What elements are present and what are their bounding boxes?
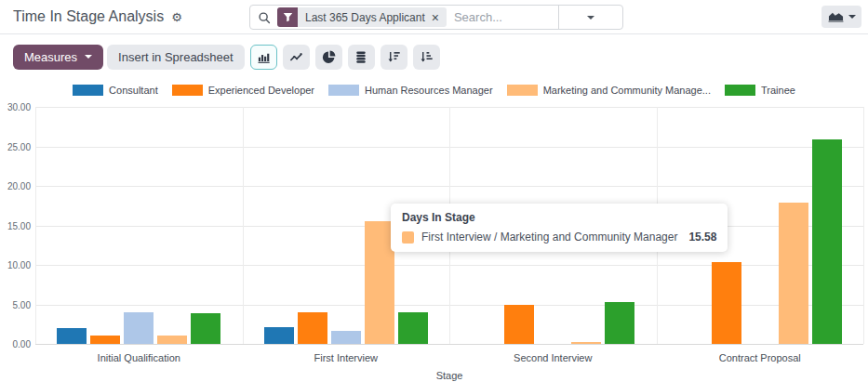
chart-bar[interactable] bbox=[571, 342, 601, 344]
facet-remove-icon[interactable]: × bbox=[432, 11, 439, 24]
chart-bar[interactable] bbox=[191, 313, 220, 344]
y-axis-tick-label: 15.00 bbox=[0, 220, 31, 231]
legend-swatch bbox=[172, 85, 203, 96]
chart-bar[interactable] bbox=[365, 221, 394, 344]
facet-label: Last 365 Days Applicant bbox=[305, 11, 425, 24]
page-title: Time In Stage Analysis bbox=[13, 8, 164, 25]
top-header: Time In Stage Analysis ⚙ Last 365 Days A… bbox=[0, 0, 868, 34]
bar-chart-canvas: Days In Stage First Interview / Marketin… bbox=[0, 101, 868, 382]
legend-swatch bbox=[328, 85, 359, 96]
search-input[interactable] bbox=[454, 10, 558, 24]
y-gridline bbox=[35, 344, 863, 345]
y-axis-tick-label: 30.00 bbox=[0, 102, 31, 112]
search-dropdown-toggle[interactable] bbox=[559, 6, 622, 29]
y-axis-tick-label: 5.00 bbox=[0, 299, 31, 310]
chart-bar[interactable] bbox=[779, 203, 808, 344]
chart-bar[interactable] bbox=[264, 327, 294, 344]
legend-item[interactable]: Consultant bbox=[73, 85, 158, 96]
search-icon bbox=[258, 11, 271, 24]
legend-swatch bbox=[73, 85, 103, 96]
x-axis-title: Stage bbox=[436, 370, 463, 381]
caret-down-icon bbox=[587, 16, 594, 20]
measures-label: Measures bbox=[24, 50, 77, 64]
pie-chart-icon bbox=[322, 50, 336, 64]
insert-in-spreadsheet-button[interactable]: Insert in Spreadsheet bbox=[107, 45, 245, 70]
legend-label: Consultant bbox=[109, 85, 158, 96]
legend-label: Human Resources Manager bbox=[365, 85, 493, 96]
chart-bar[interactable] bbox=[605, 302, 634, 344]
line-chart-button[interactable] bbox=[283, 45, 310, 70]
y-axis-tick-label: 10.00 bbox=[0, 260, 31, 270]
y-axis-tick-label: 0.00 bbox=[0, 339, 31, 349]
x-gridline bbox=[35, 107, 36, 344]
view-switcher-button[interactable] bbox=[821, 6, 861, 28]
tooltip-label: First Interview / Marketing and Communit… bbox=[421, 231, 677, 244]
legend-item[interactable]: Experienced Developer bbox=[172, 85, 314, 96]
sort-ascending-icon bbox=[420, 50, 434, 64]
tooltip-value: 15.58 bbox=[688, 231, 716, 244]
chart-bar[interactable] bbox=[57, 328, 87, 344]
legend-label: Experienced Developer bbox=[208, 85, 314, 96]
tooltip-swatch bbox=[402, 231, 414, 244]
area-chart-icon bbox=[828, 11, 844, 22]
chart-bar[interactable] bbox=[90, 336, 120, 344]
x-axis-tick-label: Contract Proposal bbox=[719, 352, 801, 363]
sort-ascending-button[interactable] bbox=[413, 45, 440, 70]
chart-bar[interactable] bbox=[157, 336, 187, 344]
caret-down-icon bbox=[85, 55, 92, 59]
tooltip-row: First Interview / Marketing and Communit… bbox=[402, 231, 716, 244]
legend-item[interactable]: Marketing and Community Manage... bbox=[507, 85, 711, 96]
y-axis-tick-label: 20.00 bbox=[0, 181, 31, 191]
search-facet[interactable]: Last 365 Days Applicant × bbox=[277, 7, 447, 27]
bar-chart-button[interactable] bbox=[250, 45, 277, 70]
bar-chart-icon bbox=[257, 50, 271, 64]
legend-swatch bbox=[725, 85, 755, 96]
tooltip-title: Days In Stage bbox=[402, 211, 716, 224]
measures-button[interactable]: Measures bbox=[13, 45, 103, 70]
chart-tooltip: Days In Stage First Interview / Marketin… bbox=[391, 204, 728, 252]
chart-legend: ConsultantExperienced DeveloperHuman Res… bbox=[0, 79, 868, 101]
legend-swatch bbox=[507, 85, 538, 96]
pie-chart-button[interactable] bbox=[315, 45, 342, 70]
chart-bar[interactable] bbox=[298, 312, 327, 344]
x-gridline bbox=[863, 107, 864, 344]
filter-icon bbox=[277, 7, 298, 27]
x-gridline bbox=[243, 107, 244, 344]
y-axis-tick-label: 25.00 bbox=[0, 141, 31, 151]
search-bar[interactable]: Last 365 Days Applicant × bbox=[249, 5, 623, 30]
sort-descending-icon bbox=[387, 50, 401, 64]
gear-icon[interactable]: ⚙ bbox=[171, 10, 182, 24]
chart-bar[interactable] bbox=[124, 312, 154, 344]
legend-label: Trainee bbox=[761, 85, 795, 96]
legend-item[interactable]: Trainee bbox=[725, 85, 795, 96]
caret-down-icon bbox=[848, 15, 856, 19]
sort-descending-button[interactable] bbox=[381, 45, 407, 70]
facet-body: Last 365 Days Applicant × bbox=[298, 7, 447, 27]
control-bar: Measures Insert in Spreadsheet bbox=[0, 34, 868, 79]
chart-bar[interactable] bbox=[504, 305, 534, 344]
chart-bar[interactable] bbox=[712, 262, 741, 344]
legend-label: Marketing and Community Manage... bbox=[543, 85, 711, 96]
line-chart-icon bbox=[289, 50, 303, 64]
x-axis-tick-label: First Interview bbox=[314, 352, 378, 363]
legend-item[interactable]: Human Resources Manager bbox=[328, 85, 493, 96]
chart-bar[interactable] bbox=[331, 331, 361, 344]
chart-bar[interactable] bbox=[812, 139, 842, 344]
x-axis-tick-label: Initial Qualification bbox=[98, 352, 180, 363]
x-axis-tick-label: Second Interview bbox=[514, 352, 592, 363]
stacked-database-button[interactable] bbox=[348, 45, 375, 70]
database-icon bbox=[354, 50, 367, 64]
chart-bar[interactable] bbox=[398, 312, 428, 344]
